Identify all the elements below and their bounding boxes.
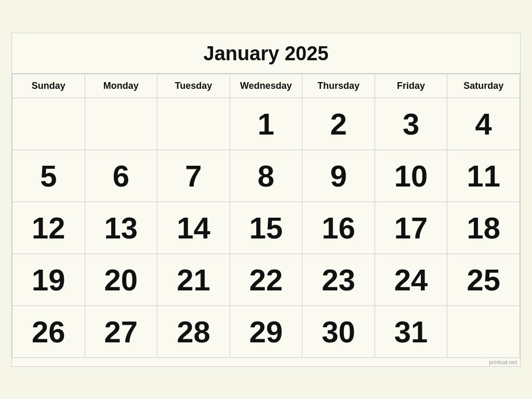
day-cell-19: 19 [12, 254, 85, 305]
day-cell-27: 27 [85, 305, 157, 357]
day-header-saturday: Saturday [447, 74, 520, 98]
empty-cell [12, 98, 85, 150]
watermark: printcal.net [12, 358, 520, 366]
day-cell-8: 8 [230, 150, 302, 202]
day-cell-30: 30 [302, 305, 375, 357]
day-cell-25: 25 [447, 254, 520, 305]
days-header-row: SundayMondayTuesdayWednesdayThursdayFrid… [12, 74, 520, 98]
week-row-1: 1234 [12, 98, 520, 150]
day-cell-12: 12 [12, 202, 85, 254]
week-row-5: 262728293031 [12, 305, 520, 357]
day-cell-3: 3 [375, 98, 447, 150]
day-cell-11: 11 [447, 150, 520, 202]
day-cell-18: 18 [447, 202, 520, 254]
calendar-container: January 2025 SundayMondayTuesdayWednesda… [11, 33, 521, 367]
day-cell-2: 2 [302, 98, 375, 150]
empty-cell [157, 98, 230, 150]
day-cell-6: 6 [85, 150, 157, 202]
day-cell-17: 17 [375, 202, 447, 254]
day-header-friday: Friday [375, 74, 447, 98]
calendar-table: SundayMondayTuesdayWednesdayThursdayFrid… [12, 74, 520, 358]
day-header-thursday: Thursday [302, 74, 375, 98]
day-cell-7: 7 [157, 150, 230, 202]
week-row-3: 12131415161718 [12, 202, 520, 254]
day-cell-16: 16 [302, 202, 375, 254]
day-cell-22: 22 [230, 254, 302, 305]
day-cell-23: 23 [302, 254, 375, 305]
day-cell-9: 9 [302, 150, 375, 202]
day-cell-24: 24 [375, 254, 447, 305]
day-cell-28: 28 [157, 305, 230, 357]
day-cell-10: 10 [375, 150, 447, 202]
day-cell-13: 13 [85, 202, 157, 254]
day-header-wednesday: Wednesday [230, 74, 302, 98]
empty-cell [447, 305, 520, 357]
day-cell-29: 29 [230, 305, 302, 357]
day-cell-26: 26 [12, 305, 85, 357]
day-cell-14: 14 [157, 202, 230, 254]
day-cell-20: 20 [85, 254, 157, 305]
day-cell-5: 5 [12, 150, 85, 202]
day-cell-15: 15 [230, 202, 302, 254]
day-cell-31: 31 [375, 305, 447, 357]
day-header-monday: Monday [85, 74, 157, 98]
week-row-2: 567891011 [12, 150, 520, 202]
day-cell-21: 21 [157, 254, 230, 305]
day-cell-1: 1 [230, 98, 302, 150]
week-row-4: 19202122232425 [12, 254, 520, 305]
empty-cell [85, 98, 157, 150]
day-header-tuesday: Tuesday [157, 74, 230, 98]
calendar-title: January 2025 [12, 33, 520, 74]
day-header-sunday: Sunday [12, 74, 85, 98]
day-cell-4: 4 [447, 98, 520, 150]
